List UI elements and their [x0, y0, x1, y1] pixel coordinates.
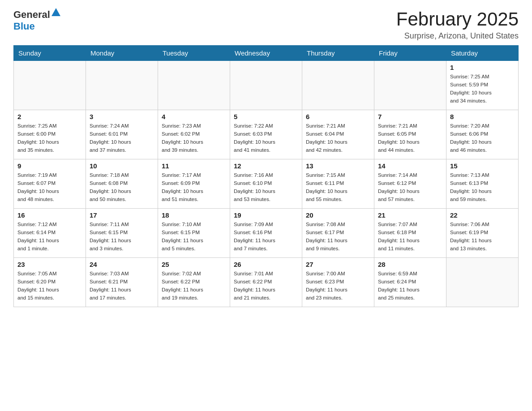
day-number: 11 — [162, 162, 226, 170]
calendar-cell: 14Sunrise: 7:14 AM Sunset: 6:12 PM Dayli… — [374, 159, 446, 209]
calendar-cell: 10Sunrise: 7:18 AM Sunset: 6:08 PM Dayli… — [86, 159, 158, 209]
day-info: Sunrise: 7:21 AM Sunset: 6:05 PM Dayligh… — [378, 122, 442, 154]
calendar-header-row: SundayMondayTuesdayWednesdayThursdayFrid… — [14, 46, 519, 61]
calendar-cell: 24Sunrise: 7:03 AM Sunset: 6:21 PM Dayli… — [86, 258, 158, 307]
day-number: 24 — [90, 261, 154, 268]
calendar-cell: 13Sunrise: 7:15 AM Sunset: 6:11 PM Dayli… — [302, 159, 374, 209]
day-info: Sunrise: 7:23 AM Sunset: 6:02 PM Dayligh… — [162, 122, 226, 154]
day-info: Sunrise: 7:25 AM Sunset: 6:00 PM Dayligh… — [17, 122, 82, 154]
day-info: Sunrise: 7:21 AM Sunset: 6:04 PM Dayligh… — [306, 122, 370, 154]
calendar-cell: 7Sunrise: 7:21 AM Sunset: 6:05 PM Daylig… — [374, 110, 446, 159]
calendar-week-row: 2Sunrise: 7:25 AM Sunset: 6:00 PM Daylig… — [14, 110, 519, 159]
day-info: Sunrise: 7:18 AM Sunset: 6:08 PM Dayligh… — [90, 171, 154, 203]
day-info: Sunrise: 7:02 AM Sunset: 6:22 PM Dayligh… — [162, 270, 226, 302]
calendar-cell: 17Sunrise: 7:11 AM Sunset: 6:15 PM Dayli… — [86, 209, 158, 258]
day-info: Sunrise: 7:16 AM Sunset: 6:10 PM Dayligh… — [234, 171, 298, 203]
day-info: Sunrise: 7:00 AM Sunset: 6:23 PM Dayligh… — [306, 270, 370, 302]
calendar-cell: 20Sunrise: 7:08 AM Sunset: 6:17 PM Dayli… — [302, 209, 374, 258]
calendar-cell: 25Sunrise: 7:02 AM Sunset: 6:22 PM Dayli… — [158, 258, 230, 307]
day-number: 19 — [234, 211, 298, 219]
day-number: 18 — [162, 211, 226, 219]
calendar-cell: 9Sunrise: 7:19 AM Sunset: 6:07 PM Daylig… — [14, 159, 86, 209]
day-number: 4 — [162, 113, 226, 120]
day-info: Sunrise: 7:13 AM Sunset: 6:13 PM Dayligh… — [450, 171, 515, 203]
day-info: Sunrise: 7:01 AM Sunset: 6:22 PM Dayligh… — [234, 270, 298, 302]
calendar-cell: 21Sunrise: 7:07 AM Sunset: 6:18 PM Dayli… — [374, 209, 446, 258]
day-info: Sunrise: 7:03 AM Sunset: 6:21 PM Dayligh… — [90, 270, 154, 302]
day-info: Sunrise: 7:05 AM Sunset: 6:20 PM Dayligh… — [17, 270, 82, 302]
day-info: Sunrise: 7:20 AM Sunset: 6:06 PM Dayligh… — [450, 122, 515, 154]
calendar-cell: 5Sunrise: 7:22 AM Sunset: 6:03 PM Daylig… — [230, 110, 302, 159]
day-number: 2 — [17, 113, 82, 120]
day-info: Sunrise: 7:10 AM Sunset: 6:15 PM Dayligh… — [162, 221, 226, 253]
calendar-week-row: 16Sunrise: 7:12 AM Sunset: 6:14 PM Dayli… — [14, 209, 519, 258]
day-number: 15 — [450, 162, 515, 170]
calendar-cell — [14, 61, 86, 110]
calendar-cell — [158, 61, 230, 110]
day-number: 26 — [234, 261, 298, 268]
day-number: 23 — [17, 261, 82, 268]
month-title: February 2025 — [396, 9, 519, 30]
day-info: Sunrise: 7:15 AM Sunset: 6:11 PM Dayligh… — [306, 171, 370, 203]
day-info: Sunrise: 6:59 AM Sunset: 6:24 PM Dayligh… — [378, 270, 442, 302]
day-info: Sunrise: 7:14 AM Sunset: 6:12 PM Dayligh… — [378, 171, 442, 203]
calendar-cell: 3Sunrise: 7:24 AM Sunset: 6:01 PM Daylig… — [86, 110, 158, 159]
calendar-week-row: 1Sunrise: 7:25 AM Sunset: 5:59 PM Daylig… — [14, 61, 519, 110]
day-info: Sunrise: 7:19 AM Sunset: 6:07 PM Dayligh… — [17, 171, 82, 203]
day-number: 27 — [306, 261, 370, 268]
calendar-cell — [230, 61, 302, 110]
day-number: 8 — [450, 113, 515, 120]
day-info: Sunrise: 7:08 AM Sunset: 6:17 PM Dayligh… — [306, 221, 370, 253]
calendar-cell: 4Sunrise: 7:23 AM Sunset: 6:02 PM Daylig… — [158, 110, 230, 159]
day-number: 13 — [306, 162, 370, 170]
day-info: Sunrise: 7:06 AM Sunset: 6:19 PM Dayligh… — [450, 221, 515, 253]
calendar-cell — [446, 258, 519, 307]
calendar-cell: 23Sunrise: 7:05 AM Sunset: 6:20 PM Dayli… — [14, 258, 86, 307]
calendar-cell: 18Sunrise: 7:10 AM Sunset: 6:15 PM Dayli… — [158, 209, 230, 258]
calendar-week-row: 9Sunrise: 7:19 AM Sunset: 6:07 PM Daylig… — [14, 159, 519, 209]
calendar-table: SundayMondayTuesdayWednesdayThursdayFrid… — [13, 45, 519, 307]
svg-marker-0 — [51, 8, 60, 16]
day-number: 16 — [17, 211, 82, 219]
day-info: Sunrise: 7:11 AM Sunset: 6:15 PM Dayligh… — [90, 221, 154, 253]
calendar-week-row: 23Sunrise: 7:05 AM Sunset: 6:20 PM Dayli… — [14, 258, 519, 307]
day-info: Sunrise: 7:25 AM Sunset: 5:59 PM Dayligh… — [450, 73, 515, 105]
calendar-cell: 26Sunrise: 7:01 AM Sunset: 6:22 PM Dayli… — [230, 258, 302, 307]
logo-blue-text: Blue — [13, 21, 35, 32]
day-number: 6 — [306, 113, 370, 120]
day-info: Sunrise: 7:09 AM Sunset: 6:16 PM Dayligh… — [234, 221, 298, 253]
day-number: 7 — [378, 113, 442, 120]
calendar-cell: 28Sunrise: 6:59 AM Sunset: 6:24 PM Dayli… — [374, 258, 446, 307]
calendar-day-header: Friday — [374, 46, 446, 61]
calendar-cell: 19Sunrise: 7:09 AM Sunset: 6:16 PM Dayli… — [230, 209, 302, 258]
calendar-cell: 6Sunrise: 7:21 AM Sunset: 6:04 PM Daylig… — [302, 110, 374, 159]
logo-triangle-icon — [51, 8, 60, 18]
calendar-day-header: Wednesday — [230, 46, 302, 61]
day-info: Sunrise: 7:12 AM Sunset: 6:14 PM Dayligh… — [17, 221, 82, 253]
day-number: 5 — [234, 113, 298, 120]
day-number: 1 — [450, 64, 515, 71]
day-number: 20 — [306, 211, 370, 219]
day-number: 28 — [378, 261, 442, 268]
day-number: 21 — [378, 211, 442, 219]
day-number: 3 — [90, 113, 154, 120]
day-number: 25 — [162, 261, 226, 268]
calendar-cell: 22Sunrise: 7:06 AM Sunset: 6:19 PM Dayli… — [446, 209, 519, 258]
calendar-cell — [302, 61, 374, 110]
calendar-cell — [374, 61, 446, 110]
day-info: Sunrise: 7:22 AM Sunset: 6:03 PM Dayligh… — [234, 122, 298, 154]
location-subtitle: Surprise, Arizona, United States — [396, 31, 519, 41]
day-number: 10 — [90, 162, 154, 170]
day-number: 12 — [234, 162, 298, 170]
calendar-cell — [86, 61, 158, 110]
logo-general-text: General — [13, 9, 50, 21]
day-number: 22 — [450, 211, 515, 219]
title-area: February 2025 Surprise, Arizona, United … — [396, 9, 519, 41]
calendar-day-header: Thursday — [302, 46, 374, 61]
day-info: Sunrise: 7:24 AM Sunset: 6:01 PM Dayligh… — [90, 122, 154, 154]
calendar-day-header: Saturday — [446, 46, 519, 61]
day-number: 14 — [378, 162, 442, 170]
day-number: 17 — [90, 211, 154, 219]
calendar-cell: 27Sunrise: 7:00 AM Sunset: 6:23 PM Dayli… — [302, 258, 374, 307]
calendar-cell: 12Sunrise: 7:16 AM Sunset: 6:10 PM Dayli… — [230, 159, 302, 209]
